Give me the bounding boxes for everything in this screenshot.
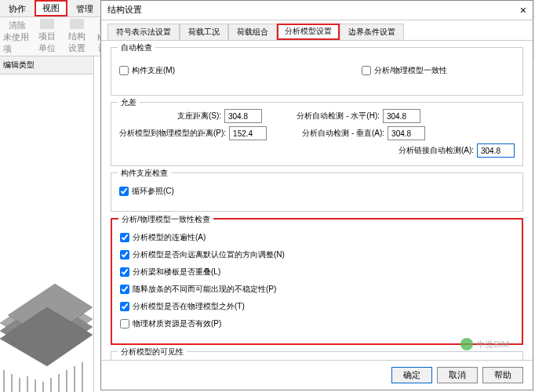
group-title-support-check: 构件支座检查 [118, 168, 171, 179]
group-title-visibility: 分析模型的可见性 [118, 347, 187, 358]
group-tolerance: 允差 支座距离(S): 分析自动检测 - 水平(H): 分析模型到物理模型的距离… [111, 102, 523, 166]
group-visibility: 分析模型的可见性 区分线性分析模型的端点(D) [111, 351, 523, 360]
lbl-support-dist: 支座距离(S): [119, 111, 221, 122]
dialog-tabs: 符号表示法设置 荷载工况 荷载组合 分析模型设置 边界条件设置 [101, 20, 533, 41]
tab-boundary[interactable]: 边界条件设置 [340, 24, 404, 40]
dialog-title: 结构设置 [107, 4, 142, 16]
structure-settings-dialog: 结构设置 × 符号表示法设置 荷载工况 荷载组合 分析模型设置 边界条件设置 自… [100, 0, 533, 390]
ok-button[interactable]: 确定 [391, 367, 432, 383]
tab-analysis-model[interactable]: 分析模型设置 [277, 24, 340, 40]
input-link[interactable] [477, 143, 515, 158]
lbl-cc-3: 随释放条的不同而可能出现的不稳定性(P) [133, 284, 276, 295]
watermark-text: 牛侃BIM [476, 339, 509, 350]
group-support-check: 构件支座检查 循环参照(C) [111, 172, 523, 212]
lbl-member-support: 构件支座(M) [132, 65, 175, 76]
chk-cc-4[interactable] [120, 302, 129, 311]
lbl-cc-4: 分析模型是否在物理模型之外(T) [133, 301, 245, 312]
lbl-cc-1: 分析模型是否向远离默认位置的方向调整(N) [133, 249, 285, 260]
input-support-dist[interactable] [224, 109, 262, 123]
tab-loadcombo[interactable]: 荷载组合 [228, 24, 277, 40]
lbl-auto-v: 分析自动检测 - 垂直(A): [282, 128, 384, 139]
dialog-buttons: 确定 取消 帮助 [101, 360, 533, 390]
group-consistency-check: 分析/物理模型一致性检查 分析模型的连遍性(A)分析模型是否向远离默认位置的方向… [111, 218, 523, 345]
lbl-phys-dist: 分析模型到物理模型的距离(P): [119, 128, 226, 139]
group-title-autocheck: 自动检查 [118, 42, 155, 53]
tab-symbol[interactable]: 符号表示法设置 [107, 24, 180, 40]
ribbon-tab-view[interactable]: 视图 [35, 0, 67, 16]
chk-cc-1[interactable] [120, 250, 129, 260]
group-title-consistency: 分析/物理模型一致性检查 [118, 214, 213, 225]
side-panel: 编辑类型 [0, 56, 94, 392]
wechat-icon [460, 338, 473, 350]
chk-cc-2[interactable] [120, 267, 129, 277]
ribbon-btn-units[interactable]: 项目单位 [33, 19, 61, 54]
lbl-cc-2: 分析梁和楼板是否重叠(L) [133, 267, 220, 278]
dialog-content: 自动检查 构件支座(M) 分析/物理模型一致性 允差 支座距离(S): 分析自动… [101, 41, 533, 360]
units-icon [40, 19, 54, 29]
group-title-tolerance: 允差 [118, 97, 140, 108]
tab-loadcase[interactable]: 荷载工况 [180, 24, 228, 40]
chk-cc-3[interactable] [120, 285, 129, 294]
ribbon-tab-collab[interactable]: 协作 [0, 0, 35, 16]
input-auto-v[interactable] [388, 126, 425, 140]
lbl-cc-0: 分析模型的连遍性(A) [133, 232, 206, 243]
ribbon-tab-manage[interactable]: 管理 [67, 0, 102, 16]
ribbon-btn-struct[interactable]: 结构设置 [63, 19, 91, 54]
lbl-cc-5: 物理材质资源是否有效(P) [133, 318, 221, 329]
struct-icon [70, 19, 84, 29]
ribbon-btn-purge[interactable]: 清除未使用项 [3, 19, 31, 54]
lbl-circular: 循环参照(C) [132, 186, 174, 197]
chk-member-support[interactable] [119, 66, 129, 75]
group-autocheck: 自动检查 构件支座(M) 分析/物理模型一致性 [111, 47, 523, 96]
input-auto-h[interactable] [383, 109, 420, 123]
watermark: 牛侃BIM [460, 338, 509, 350]
model-3d-view[interactable] [0, 135, 93, 392]
cancel-button[interactable]: 取消 [437, 367, 478, 383]
close-icon[interactable]: × [520, 4, 526, 16]
input-phys-dist[interactable] [229, 126, 267, 140]
chk-cc-5[interactable] [120, 319, 129, 328]
help-button[interactable]: 帮助 [482, 367, 523, 383]
lbl-consistency: 分析/物理模型一致性 [374, 65, 447, 76]
dialog-titlebar: 结构设置 × [101, 1, 533, 20]
chk-consistency[interactable] [362, 66, 371, 75]
chk-cc-0[interactable] [120, 233, 129, 242]
lbl-link: 分析链接自动检测(A): [372, 145, 474, 156]
lbl-auto-h: 分析自动检测 - 水平(H): [278, 111, 380, 122]
chk-circular[interactable] [119, 187, 129, 196]
side-label: 编辑类型 [0, 56, 93, 74]
